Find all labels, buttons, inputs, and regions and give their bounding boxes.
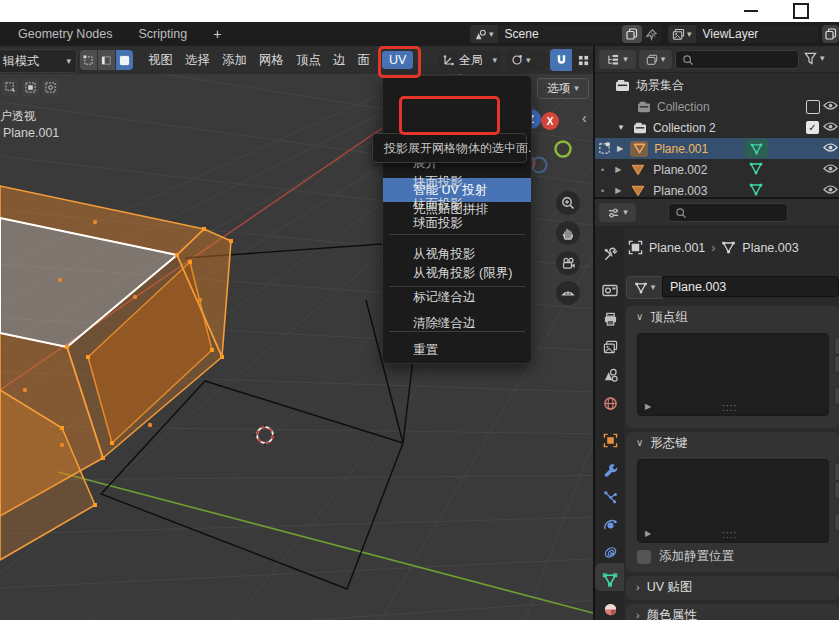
- row-scene-collection[interactable]: 场景集合: [595, 75, 839, 96]
- row-plane-001[interactable]: ▶ Plane.001: [595, 138, 839, 159]
- remove-shape-key-button[interactable]: [834, 481, 839, 499]
- outliner-search-field[interactable]: [675, 50, 799, 69]
- sidebar-collapse-arrow[interactable]: ‹: [582, 110, 587, 126]
- tweak-tool-button[interactable]: [2, 79, 19, 96]
- disclosure-closed-icon[interactable]: ▶: [615, 186, 621, 195]
- tab-constraints[interactable]: [597, 540, 623, 564]
- mode-dropdown[interactable]: 辑模式 ▾: [0, 49, 77, 73]
- orientation-dropdown[interactable]: 全局 ▾: [438, 50, 502, 70]
- row-plane-003[interactable]: • ▶ Plane.003: [595, 180, 839, 197]
- shape-keys-header[interactable]: ∨ 形态键: [626, 432, 839, 454]
- edge-select-button[interactable]: [98, 50, 115, 70]
- shape-key-specials-button[interactable]: [834, 513, 839, 531]
- viewlayer-name[interactable]: ViewLayer: [696, 27, 759, 41]
- remove-vertex-group-button[interactable]: [834, 355, 839, 373]
- datablock-name-field[interactable]: Plane.003: [662, 276, 839, 297]
- rest-position-checkbox[interactable]: [637, 550, 651, 564]
- viewlayer-selector[interactable]: ▾ ViewLayer: [668, 25, 818, 43]
- tab-object-data[interactable]: [597, 568, 623, 592]
- tab-physics[interactable]: [597, 513, 623, 537]
- new-scene-button[interactable]: [622, 25, 642, 43]
- snap-toggle[interactable]: [550, 49, 572, 71]
- datablock-type-button[interactable]: ▾: [626, 276, 663, 299]
- tab-view-layer[interactable]: [597, 335, 623, 359]
- minimize-icon[interactable]: [744, 10, 758, 12]
- mesh-data-icon[interactable]: [749, 183, 763, 196]
- mesh-data-icon[interactable]: [749, 162, 763, 175]
- pan-viewport-button[interactable]: [556, 221, 580, 245]
- exclude-checkbox-checked[interactable]: ✓: [806, 121, 819, 134]
- menu-edge[interactable]: 边: [333, 52, 346, 69]
- vertex-groups-list[interactable]: ▶ ::::: [637, 333, 829, 416]
- select-box-tool-button[interactable]: [22, 79, 39, 96]
- face-select-button[interactable]: [116, 50, 133, 70]
- disclosure-closed-icon[interactable]: ▶: [617, 144, 623, 153]
- eye-icon[interactable]: [823, 121, 838, 132]
- tab-world[interactable]: [597, 391, 623, 415]
- disclosure-open-icon[interactable]: ▼: [617, 123, 625, 132]
- row-plane-002[interactable]: • ▶ Plane.002: [595, 159, 839, 180]
- color-attributes-panel[interactable]: › 颜色属性: [626, 604, 839, 620]
- options-dropdown[interactable]: 选项 ▾: [537, 78, 589, 99]
- tab-modifiers[interactable]: [597, 457, 623, 481]
- outliner-display-mode-dropdown[interactable]: ▾: [639, 50, 672, 69]
- menu-vertex[interactable]: 顶点: [296, 52, 321, 69]
- snap-settings-button[interactable]: [573, 49, 593, 71]
- tab-object[interactable]: [597, 428, 623, 452]
- tab-particles[interactable]: [597, 485, 623, 509]
- list-resize-grip[interactable]: ::::: [722, 402, 737, 413]
- tab-tool[interactable]: [597, 242, 623, 266]
- mesh-data-badge[interactable]: [745, 139, 768, 158]
- add-vertex-group-button[interactable]: [834, 337, 839, 355]
- unlink-scene-icon[interactable]: ×: [646, 25, 660, 43]
- list-expand-icon[interactable]: ▶: [645, 402, 651, 411]
- scene-icon[interactable]: ▾: [470, 25, 498, 43]
- menu-mesh[interactable]: 网格: [259, 52, 284, 69]
- row-collection-2[interactable]: ▼ Collection 2 ✓: [595, 117, 839, 138]
- vertex-select-button[interactable]: [80, 50, 97, 70]
- breadcrumb-object[interactable]: Plane.001: [649, 241, 705, 255]
- menu-view[interactable]: 视图: [148, 52, 173, 69]
- list-resize-grip[interactable]: ::::: [722, 529, 737, 540]
- vertex-groups-header[interactable]: ∨ 顶点组: [626, 306, 839, 328]
- eye-icon[interactable]: [823, 142, 838, 153]
- disclosure-closed-icon[interactable]: ▶: [615, 165, 621, 174]
- workspace-tab-geometry-nodes[interactable]: Geometry Nodes: [18, 27, 112, 41]
- menu-item-project-from-view-bounds[interactable]: 从视角投影 (限界): [383, 262, 531, 285]
- eye-icon[interactable]: [823, 184, 838, 195]
- menu-item-sphere-projection[interactable]: 球面投影: [383, 212, 531, 235]
- maximize-icon[interactable]: [793, 3, 809, 19]
- eye-icon[interactable]: [823, 163, 838, 174]
- camera-view-button[interactable]: [556, 251, 580, 275]
- menu-item-reset[interactable]: 重置: [383, 339, 531, 362]
- pivot-dropdown[interactable]: ▾: [506, 50, 546, 70]
- properties-editor-type-dropdown[interactable]: ▾: [599, 203, 636, 222]
- vertex-group-specials-button[interactable]: [834, 387, 839, 405]
- select-circle-tool-button[interactable]: [42, 79, 59, 96]
- exclude-checkbox[interactable]: [806, 100, 820, 114]
- viewlayer-icon[interactable]: ▾: [668, 25, 696, 43]
- scene-name[interactable]: Scene: [498, 27, 539, 41]
- tab-output[interactable]: [597, 307, 623, 331]
- filter-icon[interactable]: ▾: [804, 52, 825, 65]
- eye-icon[interactable]: [823, 100, 838, 111]
- menu-face[interactable]: 面: [358, 52, 371, 69]
- outliner-editor-type-dropdown[interactable]: ▾: [599, 50, 636, 69]
- menu-add[interactable]: 添加: [222, 52, 247, 69]
- menu-item-cube-projection[interactable]: 块面投影: [383, 171, 531, 194]
- shape-keys-list[interactable]: ▶ ::::: [637, 459, 829, 543]
- workspace-tab-scripting[interactable]: Scripting: [138, 27, 187, 41]
- tab-scene[interactable]: [597, 363, 623, 387]
- tab-material[interactable]: [597, 597, 623, 620]
- breadcrumb-data[interactable]: Plane.003: [742, 241, 798, 255]
- add-workspace-button[interactable]: +: [213, 26, 221, 42]
- menu-select[interactable]: 选择: [185, 52, 210, 69]
- tab-render[interactable]: [597, 278, 623, 302]
- uv-maps-panel[interactable]: › UV 贴图: [626, 576, 839, 600]
- properties-search-field[interactable]: [668, 203, 788, 222]
- menu-item-mark-seam[interactable]: 标记缝合边: [383, 286, 531, 309]
- row-collection[interactable]: Collection: [595, 96, 839, 117]
- zoom-viewport-button[interactable]: [556, 191, 580, 215]
- new-viewlayer-button[interactable]: [822, 25, 839, 43]
- add-shape-key-button[interactable]: [834, 463, 839, 481]
